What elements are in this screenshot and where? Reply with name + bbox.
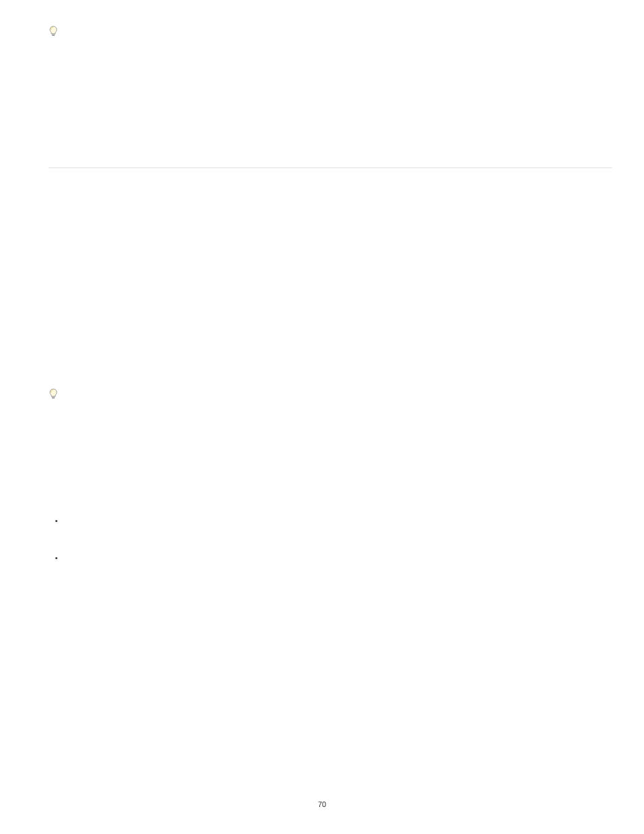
list-bullet — [55, 520, 57, 522]
lightbulb-icon — [49, 388, 58, 399]
list-bullet — [55, 557, 57, 559]
page-number: 70 — [318, 800, 326, 808]
section-divider — [49, 167, 612, 168]
lightbulb-icon — [49, 26, 58, 36]
